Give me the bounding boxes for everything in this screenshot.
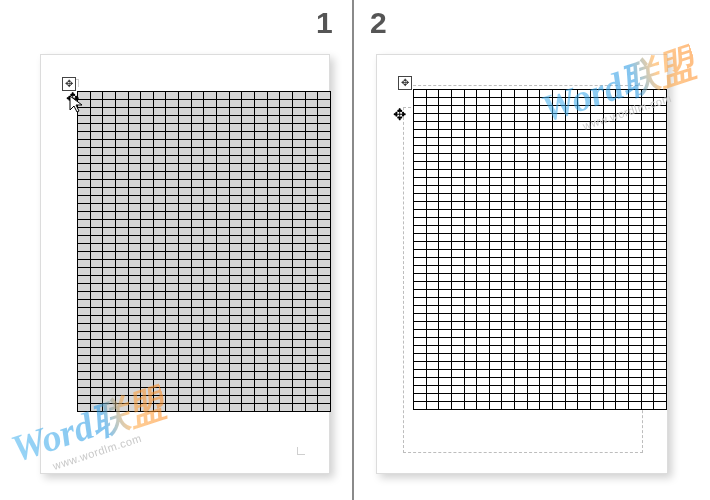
move-icon: ✥ xyxy=(65,79,73,89)
move-icon: ✥ xyxy=(401,78,409,88)
document-page-2[interactable]: ✥ ✥ xyxy=(376,54,668,474)
comparison-stage: 1 2 ✥ ✥ ✥ ✥ Word联盟 www.wordlm.com xyxy=(0,0,710,500)
table-move-handle[interactable]: ✥ xyxy=(398,76,412,90)
document-page-1[interactable]: ✥ ✥ xyxy=(40,54,330,474)
table-selected[interactable] xyxy=(77,91,331,412)
table[interactable] xyxy=(413,89,667,410)
move-cursor-icon: ✥ xyxy=(393,105,406,124)
panel-label-2: 2 xyxy=(370,6,387,40)
header-guide xyxy=(403,85,643,86)
margin-corner-mark xyxy=(297,441,311,455)
table-move-handle[interactable]: ✥ xyxy=(62,77,76,91)
panel-divider xyxy=(352,0,354,500)
panel-label-1: 1 xyxy=(316,6,333,40)
